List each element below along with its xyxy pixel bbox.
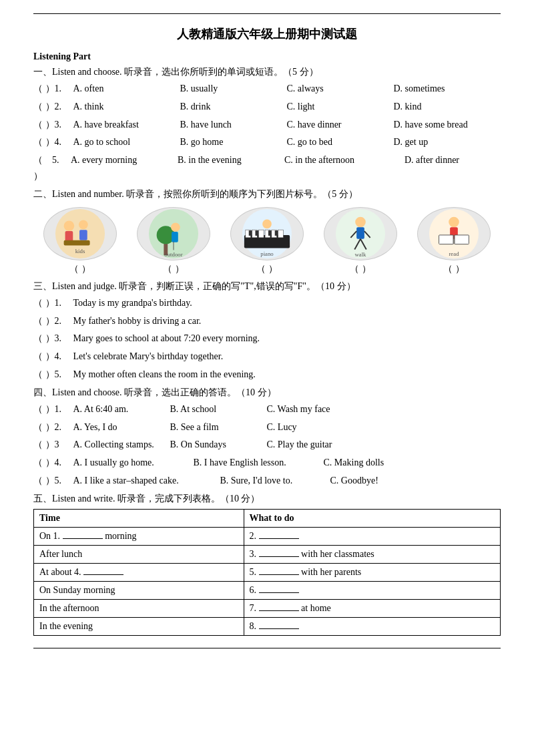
q4-4: （ ） 4. A. I usually go home. B. I have E…	[33, 455, 501, 471]
svg-rect-30	[356, 227, 364, 239]
svg-rect-39	[439, 235, 453, 244]
table-header-time: Time	[34, 509, 244, 527]
page-title: 人教精通版六年级上册期中测试题	[33, 26, 501, 42]
section-2: 二、Listen and number. 听录音，按照你所听到的顺序为下列图片标…	[33, 188, 501, 275]
svg-text:walk: walk	[354, 251, 366, 258]
q3-3: （ ） 3. Mary goes to school at about 7:20…	[33, 331, 501, 347]
q4-1: （ ） 1. A. At 6:40 am. B. At school C. Wa…	[33, 401, 501, 417]
svg-rect-5	[64, 240, 90, 246]
svg-text:piano: piano	[260, 250, 274, 257]
svg-rect-22	[249, 230, 252, 236]
svg-rect-4	[79, 230, 87, 240]
image-2: outdoor	[137, 207, 210, 260]
q1-5: （ ） 5. A. every morning B. in the evenin…	[33, 152, 501, 184]
q4-5: （ ） 5. A. I like a star–shaped cake. B. …	[33, 473, 501, 489]
q1-2: （ ） 2. A. think B. drink C. light D. kin…	[33, 99, 501, 115]
q1-3: （ ） 3. A. have breakfast B. have lunch C…	[33, 117, 501, 133]
image-5: read	[417, 207, 491, 260]
table-row: On Sunday morning 6.	[34, 581, 501, 599]
q1-4: （ ） 4. A. go to school B. go home C. go …	[33, 134, 501, 150]
section-5: 五、Listen and write. 听录音，完成下列表格。（10 分） Ti…	[33, 493, 501, 636]
svg-rect-21	[278, 230, 284, 238]
section-3-title: 三、Listen and judge. 听录音，判断正误，正确的写"T",错误的…	[33, 280, 501, 293]
q4-2: （ ） 2. A. Yes, I do B. See a film C. Luc…	[33, 419, 501, 435]
q4-3: （ ） 3 A. Collecting stamps. B. On Sunday…	[33, 437, 501, 453]
section-5-title: 五、Listen and write. 听录音，完成下列表格。（10 分）	[33, 493, 501, 505]
bottom-divider	[33, 648, 501, 648]
svg-text:kids: kids	[75, 248, 85, 254]
listening-table: Time What to do On 1. morning 2. After l…	[33, 509, 501, 636]
q3-4: （ ） 4. Let's celebrate Mary's birthday t…	[33, 349, 501, 365]
svg-rect-40	[455, 235, 469, 244]
svg-rect-11	[172, 232, 178, 242]
svg-point-1	[64, 220, 75, 231]
image-3: piano	[230, 207, 304, 260]
svg-point-26	[262, 219, 272, 228]
svg-point-29	[355, 216, 366, 227]
number-row: （ ） （ ） （ ） （ ） （ ）	[33, 263, 501, 275]
section-3: 三、Listen and judge. 听录音，判断正误，正确的写"T",错误的…	[33, 280, 501, 383]
table-header-what: What to do	[244, 509, 500, 527]
image-row: kids outdoor	[33, 207, 501, 260]
q3-1: （ ） 1. Today is my grandpa's birthday.	[33, 295, 501, 311]
svg-point-10	[171, 222, 180, 232]
table-row: After lunch 3. with her classmates	[34, 545, 501, 563]
svg-point-37	[449, 216, 459, 227]
page: 人教精通版六年级上册期中测试题 Listening Part 一、Listen …	[0, 0, 534, 756]
section-4-title: 四、Listen and choose. 听录音，选出正确的答语。（10 分）	[33, 387, 501, 399]
section-4: 四、Listen and choose. 听录音，选出正确的答语。（10 分） …	[33, 387, 501, 489]
table-row: On 1. morning 2.	[34, 527, 501, 545]
q1-1: （ ） 1. A. often B. usually C. always D. …	[33, 81, 501, 97]
svg-rect-24	[268, 230, 272, 236]
listening-part-label: Listening Part	[33, 51, 501, 62]
table-row: At about 4. 5. with her parents	[34, 563, 501, 581]
svg-rect-23	[255, 230, 258, 236]
svg-text:outdoor: outdoor	[164, 251, 182, 258]
section-1-title: 一、Listen and choose. 听录音，选出你所听到的单词或短语。（5…	[33, 66, 501, 78]
table-row: In the afternoon 7. at home	[34, 599, 501, 617]
section-1: 一、Listen and choose. 听录音，选出你所听到的单词或短语。（5…	[33, 66, 501, 184]
svg-rect-25	[275, 230, 278, 236]
table-row: In the evening 8.	[34, 617, 501, 635]
section-2-title: 二、Listen and number. 听录音，按照你所听到的顺序为下列图片标…	[33, 188, 501, 200]
svg-text:read: read	[449, 250, 459, 257]
q3-2: （ ） 2. My father's hobby is driving a ca…	[33, 313, 501, 329]
image-1: kids	[43, 207, 117, 260]
image-4: walk	[324, 207, 397, 260]
q3-5: （ ） 5. My mother often cleans the room i…	[33, 367, 501, 383]
svg-point-3	[79, 220, 88, 229]
svg-rect-18	[258, 230, 264, 238]
top-divider	[33, 13, 501, 14]
